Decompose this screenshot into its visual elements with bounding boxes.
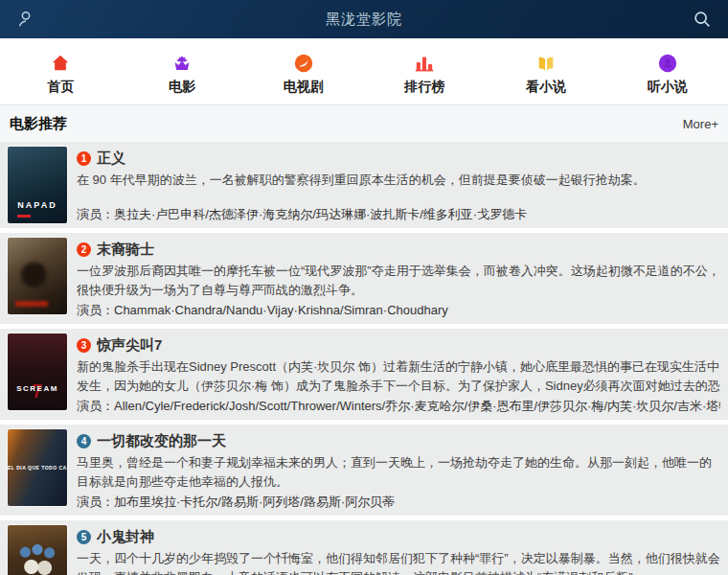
movie-info: 3 惊声尖叫7 新的鬼脸杀手出现在Sidney Prescott（内芙·坎贝尔 … bbox=[77, 334, 720, 415]
poster-title-text: SCREAM bbox=[8, 384, 67, 393]
rank-badge: 4 bbox=[77, 434, 91, 448]
movie-title: 一切都改变的那一天 bbox=[97, 431, 226, 450]
rank-badge: 2 bbox=[77, 242, 91, 257]
app-header: 黑泷堂影院 bbox=[0, 0, 728, 38]
page-title: 黑泷堂影院 bbox=[38, 11, 690, 29]
movie-info: 1 正义 在 90 年代早期的波兰，一名被解职的警察得到重回原本生活的机会，但前… bbox=[77, 147, 720, 223]
nav-label: 看小说 bbox=[526, 79, 566, 96]
search-icon[interactable] bbox=[690, 7, 715, 32]
movie-poster bbox=[8, 238, 67, 314]
section-title: 电影推荐 bbox=[10, 115, 67, 133]
crown-icon bbox=[171, 51, 193, 74]
movie-list: NAPAD 1 正义 在 90 年代早期的波兰，一名被解职的警察得到重回原本生活… bbox=[0, 142, 728, 575]
movie-poster: 7 SCREAM bbox=[8, 334, 67, 410]
rank-badge: 1 bbox=[77, 151, 91, 166]
movie-item-3[interactable]: 7 SCREAM 3 惊声尖叫7 新的鬼脸杀手出现在Sidney Prescot… bbox=[0, 329, 728, 420]
movie-item-5[interactable]: MINISTRANCI 5 小鬼封神 一天，四个十几岁的少年捣毁了一个忏悔室，他… bbox=[0, 520, 728, 575]
movie-info: 5 小鬼封神 一天，四个十几岁的少年捣毁了一个忏悔室，他们得知邻居们犯下了种种“… bbox=[77, 525, 720, 575]
nav-item-rankings[interactable]: 排行榜 bbox=[364, 51, 486, 96]
nav-label: 电视剧 bbox=[284, 79, 324, 96]
bar-chart-icon bbox=[414, 51, 435, 74]
home-icon bbox=[50, 51, 71, 74]
movie-info: 2 末裔骑士 一位罗波那后裔因其唯一的摩托车被一位“现代罗波那”夺走用于选举集会… bbox=[77, 238, 720, 319]
more-link[interactable]: More+ bbox=[683, 117, 718, 131]
main-nav: 首页 电影 电视剧 排行榜 看小说 听小说 bbox=[0, 38, 728, 105]
nav-item-movies[interactable]: 电影 bbox=[122, 51, 243, 96]
movie-description: 一天，四个十几岁的少年捣毁了一个忏悔室，他们得知邻居们犯下了种种“罪行”，决定以… bbox=[77, 549, 720, 575]
movie-info: 4 一切都改变的那一天 马里奥，曾经是一个和妻子规划幸福未来的男人；直到一天晚上… bbox=[77, 429, 720, 511]
movie-cast: 演员：Chammak·Chandra/Nandu·Vijay·Krishna/S… bbox=[77, 300, 720, 319]
movie-item-4[interactable]: EL DIA QUE TODO CAMBIO 4 一切都改变的那一天 马里奥，曾… bbox=[0, 425, 728, 516]
nav-item-tv[interactable]: 电视剧 bbox=[242, 51, 364, 96]
nav-label: 首页 bbox=[47, 79, 74, 96]
nav-label: 排行榜 bbox=[404, 79, 444, 96]
movie-poster: MINISTRANCI bbox=[8, 525, 67, 575]
nav-item-listen-novels[interactable]: 听小说 bbox=[606, 51, 728, 96]
movie-cast: 演员：加布里埃拉·卡托尔/路易斯·阿列塔/路易斯·阿尔贝蒂 bbox=[77, 492, 720, 511]
nav-item-home[interactable]: 首页 bbox=[0, 51, 122, 96]
movie-cast: 演员：奥拉夫·卢巴申科/杰德泽伊·海克纳尔/玛达琳娜·波扎斯卡/维多利亚·戈罗德… bbox=[77, 204, 720, 223]
section-header: 电影推荐 More+ bbox=[0, 105, 728, 142]
movie-cast: 演员：Allen/Cyle/Frederick/Josh/Scott/Throw… bbox=[77, 396, 720, 415]
movie-poster: EL DIA QUE TODO CAMBIO bbox=[8, 429, 67, 506]
nav-label: 听小说 bbox=[648, 79, 688, 96]
user-profile-icon[interactable] bbox=[13, 7, 38, 32]
listen-icon bbox=[657, 51, 678, 74]
rank-badge: 5 bbox=[77, 530, 91, 544]
nav-label: 电影 bbox=[169, 79, 195, 96]
movie-title: 小鬼封神 bbox=[97, 527, 154, 546]
tv-drama-icon bbox=[293, 51, 314, 74]
rank-badge: 3 bbox=[77, 338, 91, 353]
movie-description: 一位罗波那后裔因其唯一的摩托车被一位“现代罗波那”夺走用于选举集会，而被卷入冲突… bbox=[77, 262, 720, 300]
movie-title: 惊声尖叫7 bbox=[97, 335, 162, 355]
movie-item-2[interactable]: 2 末裔骑士 一位罗波那后裔因其唯一的摩托车被一位“现代罗波那”夺走用于选举集会… bbox=[0, 233, 728, 324]
movie-item-1[interactable]: NAPAD 1 正义 在 90 年代早期的波兰，一名被解职的警察得到重回原本生活… bbox=[0, 142, 728, 228]
poster-title-text: NAPAD bbox=[8, 200, 67, 210]
movie-description: 新的鬼脸杀手出现在Sidney Prescott（内芙·坎贝尔 饰）过着新生活的… bbox=[77, 357, 720, 396]
movie-description: 在 90 年代早期的波兰，一名被解职的警察得到重回原本生活的机会，但前提是要侦破… bbox=[77, 171, 720, 190]
movie-description: 马里奥，曾经是一个和妻子规划幸福未来的男人；直到一天晚上，一场抢劫夺走了她的生命… bbox=[77, 453, 720, 492]
movie-title: 末裔骑士 bbox=[97, 240, 154, 259]
nav-item-read-novels[interactable]: 看小说 bbox=[486, 51, 607, 96]
open-book-icon bbox=[535, 51, 557, 74]
poster-title-text: EL DIA QUE TODO CAMBIO bbox=[8, 465, 67, 471]
movie-poster: NAPAD bbox=[8, 147, 67, 223]
movie-title: 正义 bbox=[97, 149, 125, 168]
